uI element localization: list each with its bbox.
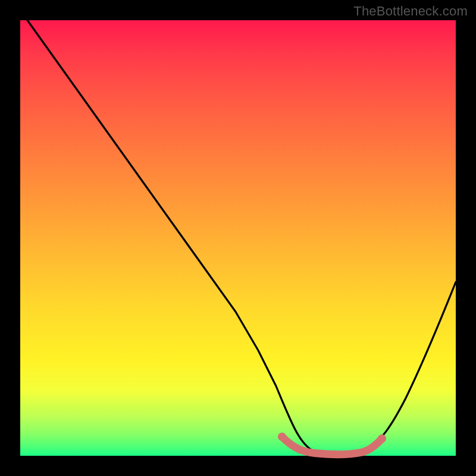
optimal-range-end-dot	[378, 434, 386, 443]
optimal-range-highlight	[282, 437, 382, 455]
optimal-range-start-dot	[278, 433, 286, 441]
curve-svg	[20, 20, 456, 456]
bottleneck-curve	[27, 20, 456, 455]
watermark-text: TheBottleneck.com	[353, 4, 468, 19]
chart-frame: TheBottleneck.com	[0, 0, 476, 476]
plot-area	[20, 20, 456, 456]
